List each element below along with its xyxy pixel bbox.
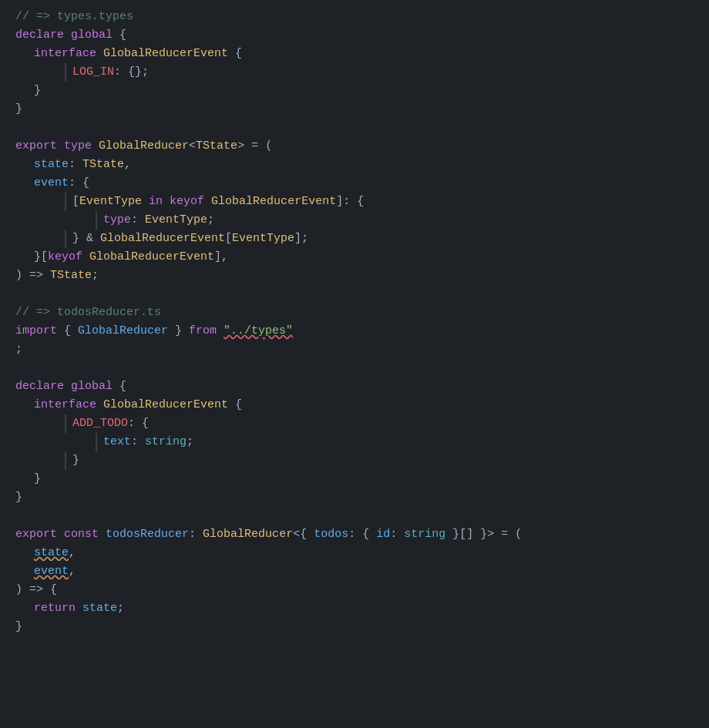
token: state — [34, 546, 69, 559]
token: GlobalReducer — [99, 139, 189, 153]
token: GlobalReducer — [78, 324, 168, 337]
line-content: [EventType in keyof GlobalReducerEvent]:… — [72, 193, 364, 211]
token: } — [72, 454, 79, 467]
token: interface — [34, 398, 96, 411]
token: TState — [82, 158, 124, 171]
line-content: export type GlobalReducer<TState> = ( — [15, 137, 272, 156]
token: } — [15, 491, 22, 504]
code-line — [0, 507, 709, 525]
code-line: export const todosReducer: GlobalReducer… — [0, 525, 709, 544]
line-content — [15, 119, 22, 137]
token: ; — [15, 343, 22, 356]
token: id — [376, 528, 390, 541]
code-line: } — [0, 618, 709, 636]
token: in — [149, 195, 163, 208]
token: export — [15, 139, 57, 153]
token — [99, 528, 106, 541]
token: type — [64, 139, 92, 153]
token: > = ( — [237, 139, 272, 153]
token: keyof — [170, 195, 204, 208]
token: event — [34, 565, 69, 578]
token: export — [15, 528, 57, 541]
code-line: text: string; — [0, 433, 709, 451]
code-editor: // => types.typesdeclare global {interfa… — [0, 0, 709, 728]
token — [96, 398, 103, 411]
code-line: // => todosReducer.ts — [0, 304, 709, 322]
token: return — [34, 602, 76, 615]
code-line: } & GlobalReducerEvent[EventType]; — [0, 230, 709, 248]
code-line: ) => TState; — [0, 267, 709, 285]
token: : { — [128, 417, 149, 430]
token — [64, 380, 71, 393]
code-line: ; — [0, 341, 709, 359]
line-content — [15, 285, 22, 304]
token: ) => { — [15, 583, 57, 596]
indent-bar — [65, 451, 66, 470]
token: ADD_TODO — [72, 417, 128, 430]
code-line: }[keyof GlobalReducerEvent], — [0, 248, 709, 267]
token: { — [57, 324, 78, 337]
line-content: text: string; — [103, 433, 193, 451]
code-line: } — [0, 82, 709, 100]
line-content: return state; — [34, 599, 124, 618]
token: : — [390, 528, 404, 541]
token: TState — [50, 269, 92, 282]
code-line: declare global { — [0, 377, 709, 396]
token: { — [113, 29, 126, 42]
token: }[] }> = ( — [445, 528, 522, 541]
token: } & — [72, 232, 100, 245]
code-line: ) => { — [0, 581, 709, 599]
line-content: } — [15, 100, 22, 119]
code-line: interface GlobalReducerEvent { — [0, 396, 709, 414]
code-line — [0, 359, 709, 377]
token — [64, 29, 71, 42]
token: ; — [117, 602, 124, 615]
line-content: }[keyof GlobalReducerEvent], — [34, 248, 228, 267]
line-content: ADD_TODO: { — [72, 414, 149, 433]
code-line: import { GlobalReducer } from "../types" — [0, 322, 709, 341]
line-content: } — [72, 451, 79, 470]
token — [204, 195, 211, 208]
token: state — [82, 602, 117, 615]
line-content: ; — [15, 341, 22, 359]
line-content: } — [34, 470, 41, 488]
token: todos — [314, 528, 348, 541]
line-content: import { GlobalReducer } from "../types" — [15, 322, 293, 341]
token: declare — [15, 380, 64, 393]
code-line — [0, 285, 709, 304]
line-content: event, — [34, 562, 76, 581]
line-content: export const todosReducer: GlobalReducer… — [15, 525, 522, 544]
line-content — [15, 507, 22, 525]
code-line: type: EventType; — [0, 211, 709, 230]
token: from — [189, 324, 217, 337]
token: <{ — [293, 528, 314, 541]
token: ; — [207, 213, 214, 226]
token — [57, 139, 64, 153]
code-line: LOG_IN: {}; — [0, 63, 709, 82]
line-content: declare global { — [15, 26, 126, 45]
line-content: interface GlobalReducerEvent { — [34, 396, 242, 414]
token: { — [113, 380, 126, 393]
code-line: event: { — [0, 174, 709, 193]
token: ; — [186, 435, 193, 448]
code-line: // => types.types — [0, 8, 709, 26]
token: , — [124, 158, 131, 171]
token — [82, 250, 89, 263]
line-content: LOG_IN: {}; — [72, 63, 149, 82]
token: } — [15, 102, 22, 116]
token — [76, 602, 82, 615]
token: GlobalReducerEvent — [211, 195, 336, 208]
indent-bar — [96, 433, 97, 451]
line-content: type: EventType; — [103, 211, 214, 230]
token: global — [71, 380, 113, 393]
line-content: interface GlobalReducerEvent { — [34, 45, 242, 63]
line-content: } — [15, 618, 22, 636]
code-line: ADD_TODO: { — [0, 414, 709, 433]
token: interface — [34, 47, 96, 60]
token: ]; — [294, 232, 308, 245]
token — [92, 139, 99, 153]
token: string — [404, 528, 445, 541]
token: : { — [69, 176, 89, 190]
code-line: return state; — [0, 599, 709, 618]
line-content: } — [15, 488, 22, 507]
